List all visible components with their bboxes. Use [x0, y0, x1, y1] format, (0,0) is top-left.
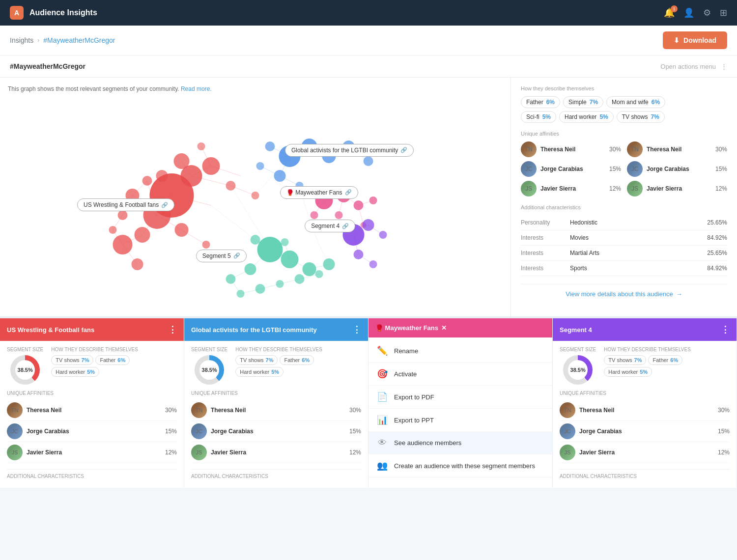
svg-point-82: [265, 141, 275, 151]
char-row-martial-arts: Interests Martial Arts 25.65%: [521, 246, 727, 261]
graph-area: This graph shows the most relevant segme…: [0, 78, 511, 316]
card-mayweather-close-button[interactable]: ✕: [441, 324, 447, 332]
segment-label-mayweather[interactable]: 🥊 Mayweather Fans 🔗: [280, 186, 358, 199]
view-more-link[interactable]: View more details about this audience →: [521, 290, 727, 298]
link-icon-2: 🔗: [345, 189, 352, 196]
menu-item-create-audience[interactable]: 👥 Create an audience with these segment …: [368, 454, 552, 477]
card-wrestling-title: US Wrestling & Football fans: [7, 326, 94, 334]
svg-point-90: [237, 290, 245, 298]
svg-point-81: [274, 170, 286, 182]
affinity-theresa-right: TN Theresa Neil 30%: [627, 141, 727, 157]
link-icon: 🔗: [400, 147, 407, 153]
tag-hardworker-s4: Hard worker 5%: [604, 367, 652, 377]
card-mayweather: 🥊 Mayweather Fans ✕ ✏️ Rename 🎯 Activate…: [368, 318, 553, 488]
segment-label-lgtbi[interactable]: Global activists for the LGTBI community…: [285, 144, 414, 157]
affinity-col-left: TN Theresa Neil 30% JC Jorge Carabias 15…: [521, 141, 621, 196]
affinity-row-javier-l: JS Javier Sierra 12%: [191, 442, 361, 463]
card-segment4-top-row: Segment size 38.5% How they describe the…: [560, 347, 730, 385]
svg-point-75: [198, 142, 205, 150]
describe-section-wrestling: How they describe themselves TV shows 7%…: [51, 347, 177, 385]
card-wrestling-body: Segment size 38.5% How they describe the…: [0, 341, 184, 488]
affinity-javier-left: JS Javier Sierra 12%: [521, 181, 621, 196]
describe-label-lgtbi: How they describe themselves: [235, 347, 361, 352]
svg-point-70: [174, 153, 190, 169]
card-lgtbi-header: Global activists for the LGTBI community…: [184, 318, 368, 341]
cards-row: US Wrestling & Football fans ⋮ Segment s…: [0, 317, 737, 488]
segment-label-5[interactable]: Segment 5 🔗: [196, 250, 247, 262]
char-title: Additional characteristics: [521, 204, 727, 210]
link-icon-3: 🔗: [161, 202, 168, 208]
segment-size-label: Segment size: [7, 347, 43, 352]
download-button[interactable]: ⬇ Download: [663, 31, 727, 49]
tag-hardworker-l: Hard worker 5%: [235, 367, 283, 377]
download-icon: ⬇: [674, 36, 680, 44]
avatar-jorge-w: JC: [7, 423, 23, 439]
avatar-javier-left: JS: [521, 181, 537, 196]
affinity-label-s4: Unique affinities: [560, 391, 730, 396]
read-more-link[interactable]: Read more.: [181, 85, 212, 92]
menu-item-export-ppt[interactable]: 📊 Export to PPT: [368, 409, 552, 432]
arrow-right-icon: →: [676, 290, 682, 298]
donut-s4: 38.5%: [563, 355, 593, 385]
svg-point-88: [245, 263, 256, 275]
svg-point-73: [202, 241, 210, 249]
menu-item-see-audience[interactable]: 👁 See audience members: [368, 432, 552, 454]
affinity-label-lgtbi: Unique affinities: [191, 391, 361, 396]
svg-point-91: [255, 284, 265, 294]
menu-item-rename[interactable]: ✏️ Rename: [368, 339, 552, 363]
notification-icon[interactable]: 🔔 1: [664, 7, 675, 18]
tags-lgtbi: TV shows 7% Father 6%: [235, 355, 361, 365]
svg-point-69: [156, 170, 168, 182]
svg-point-87: [303, 262, 316, 276]
affinity-jorge-right: JC Jorge Carabias 15%: [627, 161, 727, 177]
download-label: Download: [683, 36, 716, 44]
breadcrumb-current[interactable]: #MayweatherMcGregor: [43, 36, 115, 44]
svg-point-109: [369, 260, 377, 268]
svg-point-72: [226, 181, 236, 191]
describe-section-s4: How they describe themselves TV shows 7%…: [604, 347, 730, 385]
svg-point-74: [252, 192, 259, 199]
segment-label-4[interactable]: Segment 4 🔗: [305, 220, 355, 232]
tags-wrestling: TV shows 7% Father 6%: [51, 355, 177, 365]
menu-see-audience-label: See audience members: [394, 439, 461, 447]
affinity-list-s4: TN Theresa Neil 30% JC Jorge Carabias 15…: [560, 400, 730, 463]
graph-description: This graph shows the most relevant segme…: [8, 85, 503, 92]
svg-point-83: [256, 162, 264, 170]
svg-point-62: [135, 227, 150, 243]
menu-activate-label: Activate: [394, 370, 417, 378]
svg-point-67: [118, 210, 128, 220]
char-row-personality: Personality Hedonistic 25.65%: [521, 215, 727, 230]
avatar-javier-w: JS: [7, 445, 23, 460]
avatar-jorge-l: JC: [191, 423, 207, 439]
activate-icon: 🎯: [376, 368, 388, 379]
svg-point-80: [364, 156, 373, 166]
settings-icon[interactable]: ⚙: [703, 7, 711, 18]
describe-label-s4: How they describe themselves: [604, 347, 730, 352]
breadcrumb-parent[interactable]: Insights: [10, 36, 33, 44]
affinity-row-theresa-w: TN Theresa Neil 30%: [7, 400, 177, 421]
menu-item-export-pdf[interactable]: 📄 Export to PDF: [368, 386, 552, 409]
svg-point-95: [323, 258, 335, 270]
tags-s4: TV shows 7% Father 6%: [604, 355, 730, 365]
card-segment4-more-button[interactable]: ⋮: [721, 324, 730, 335]
card-lgtbi-title: Global activists for the LGTBI community: [191, 326, 317, 334]
svg-point-86: [281, 251, 299, 268]
export-ppt-icon: 📊: [376, 415, 388, 425]
menu-item-activate[interactable]: 🎯 Activate: [368, 363, 552, 386]
card-mayweather-header: 🥊 Mayweather Fans ✕: [368, 318, 552, 337]
add-char-label-lgtbi: Additional characteristics: [191, 474, 361, 479]
svg-point-85: [257, 237, 283, 262]
donut-inner-wrestling: 38.5%: [15, 360, 35, 380]
svg-point-101: [369, 196, 377, 204]
section-actions[interactable]: Open actions menu ⋮: [660, 63, 727, 70]
donut-wrestling: 38.5%: [10, 355, 40, 385]
profile-icon[interactable]: 👤: [683, 7, 694, 18]
card-wrestling-more-button[interactable]: ⋮: [168, 324, 177, 335]
donut-inner-lgtbi: 38.5%: [199, 360, 219, 380]
more-dots-icon[interactable]: ⋮: [721, 63, 727, 70]
svg-point-106: [363, 219, 374, 231]
grid-icon[interactable]: ⊞: [720, 7, 727, 18]
segment-label-wrestling[interactable]: US Wrestling & Football fans 🔗: [77, 198, 174, 211]
svg-point-71: [142, 176, 152, 186]
card-lgtbi-more-button[interactable]: ⋮: [352, 324, 361, 335]
